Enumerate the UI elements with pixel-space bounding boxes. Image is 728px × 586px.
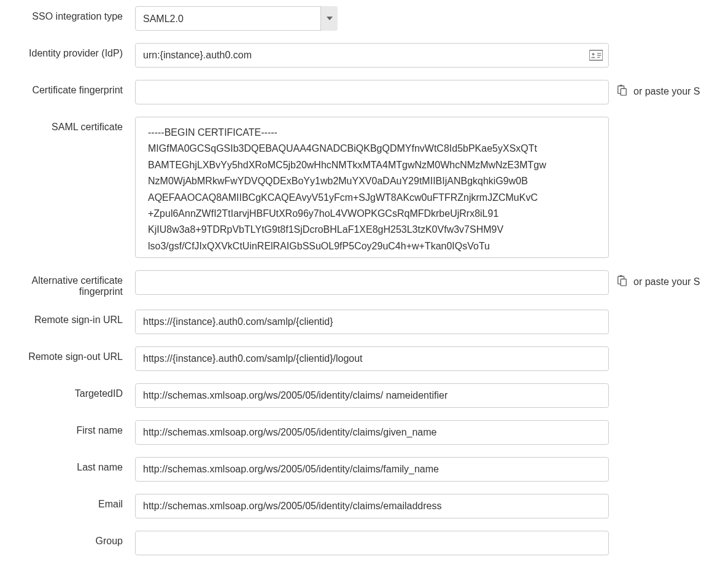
first-name-input[interactable]: [135, 420, 609, 445]
paste-hint: or paste your S: [633, 86, 700, 97]
group-label: Group: [0, 531, 135, 547]
group-input[interactable]: [135, 531, 609, 555]
cert-fp-input[interactable]: [135, 80, 609, 104]
signin-url-label: Remote sign-in URL: [0, 310, 135, 326]
paste-icon[interactable]: [616, 275, 627, 289]
email-input[interactable]: [135, 494, 609, 518]
idp-label: Identity provider (IdP): [0, 43, 135, 59]
email-label: Email: [0, 494, 135, 510]
svg-rect-9: [619, 275, 622, 277]
idp-input[interactable]: [135, 43, 609, 68]
signin-url-input[interactable]: [135, 310, 609, 334]
svg-rect-10: [621, 279, 626, 286]
cert-fp-label: Certificate fingerprint: [0, 80, 135, 96]
svg-rect-6: [619, 85, 622, 87]
paste-icon[interactable]: [616, 85, 627, 98]
saml-cert-label: SAML certificate: [0, 117, 135, 133]
sso-type-select[interactable]: SAML2.0: [135, 6, 338, 31]
targeted-id-input[interactable]: [135, 383, 609, 408]
id-card-icon: [589, 50, 603, 61]
svg-rect-3: [597, 55, 601, 56]
svg-rect-4: [597, 57, 600, 58]
alt-cert-fp-label: Alternative certificate fingerprint: [0, 270, 135, 297]
sso-type-label: SSO integration type: [0, 6, 135, 22]
svg-rect-2: [597, 53, 601, 53]
paste-hint-alt: or paste your S: [633, 276, 700, 287]
sso-type-select-wrap[interactable]: SAML2.0: [135, 6, 338, 31]
svg-rect-7: [621, 88, 626, 95]
svg-point-1: [592, 53, 594, 55]
saml-cert-textarea[interactable]: [135, 117, 609, 258]
signout-url-input[interactable]: [135, 346, 609, 371]
targeted-id-label: TargetedID: [0, 383, 135, 399]
last-name-label: Last name: [0, 457, 135, 473]
alt-cert-fp-input[interactable]: [135, 270, 609, 295]
last-name-input[interactable]: [135, 457, 609, 482]
signout-url-label: Remote sign-out URL: [0, 346, 135, 362]
first-name-label: First name: [0, 420, 135, 436]
